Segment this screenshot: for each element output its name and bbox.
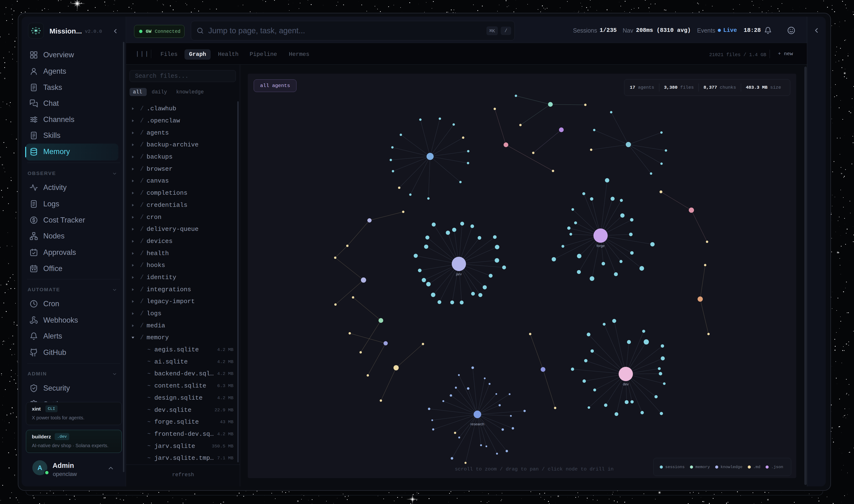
svg-text:forge: forge [597,244,605,248]
svg-text:research: research [471,422,484,426]
svg-text:jarv: jarv [456,272,462,276]
svg-text:dev: dev [623,382,629,386]
